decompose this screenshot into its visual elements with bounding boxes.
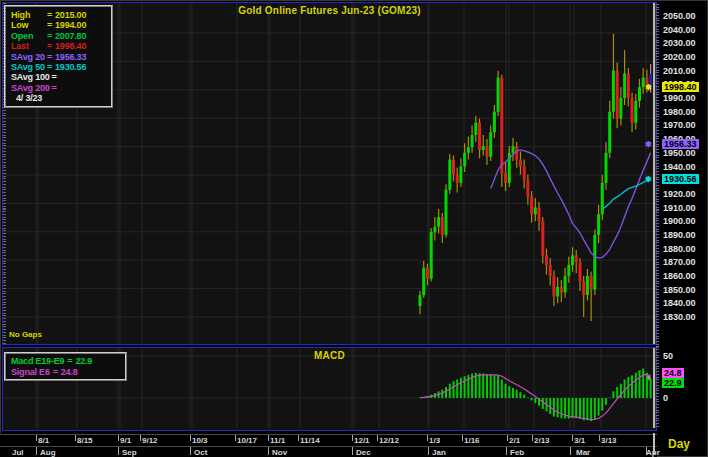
price-axis-label: 1850.00 (663, 285, 696, 295)
macd-marker-label: 22.9 (662, 378, 684, 388)
quote-row: SAvg 100= (11, 72, 107, 82)
month-label: Aug (40, 448, 56, 457)
price-axis-label: 1910.00 (663, 203, 696, 213)
price-axis-label: 1940.00 (663, 162, 696, 172)
macd-legend-row: Signal E6=24.8 (11, 367, 121, 378)
price-axis-label: 1880.00 (663, 244, 696, 254)
quote-row: SAvg 20=1956.33 (11, 52, 107, 62)
month-label: Oct (194, 448, 207, 457)
quote-date: 4/ 3/23 (11, 93, 107, 103)
month-tick (36, 447, 37, 455)
date-label: 12/12 (379, 436, 399, 445)
macd-axis-label: 50 (663, 351, 673, 361)
axis-divider (0, 434, 657, 435)
quote-row: High=2015.00 (11, 10, 107, 20)
date-tick (462, 435, 463, 441)
macd-marker-label: 24.8 (662, 368, 684, 378)
date-tick (572, 435, 573, 441)
price-axis-label: 1920.00 (663, 189, 696, 199)
price-axis-label: 1950.00 (663, 148, 696, 158)
month-tick (268, 447, 269, 455)
price-marker-star: ✱ (645, 83, 652, 92)
macd-signal-line (420, 374, 651, 419)
quote-box: High=2015.00Low=1994.00Open=2007.80Last=… (4, 5, 113, 108)
quote-row: SAvg 200= (11, 83, 107, 93)
month-tick (118, 447, 119, 455)
price-axis-label: 1900.00 (663, 216, 696, 226)
interval-label: Day (668, 437, 690, 451)
month-tick (428, 447, 429, 455)
date-label: 1/16 (464, 436, 480, 445)
price-axis[interactable]: 2050.002040.002030.002020.002010.002000.… (656, 0, 708, 433)
month-label: Nov (272, 448, 287, 457)
price-axis-label: 1990.00 (663, 93, 696, 103)
month-label: Jul (12, 448, 24, 457)
price-axis-label: 2010.00 (663, 66, 696, 76)
date-label: 8/15 (77, 436, 93, 445)
signal-marker-dot (647, 376, 650, 379)
date-label: 3/13 (601, 436, 617, 445)
quote-row: Low=1994.00 (11, 20, 107, 30)
date-tick (268, 435, 269, 441)
date-tick (532, 435, 533, 441)
time-axis[interactable]: 8/18/159/19/1210/310/1711/111/1412/112/1… (0, 433, 657, 457)
date-tick (235, 435, 236, 441)
date-tick (190, 435, 191, 441)
price-axis-label: 1870.00 (663, 257, 696, 267)
date-label: 3/1 (574, 436, 585, 445)
date-tick (599, 435, 600, 441)
macd-axis-label: 0 (663, 393, 668, 403)
month-label: Sep (122, 448, 137, 457)
date-label: 10/3 (192, 436, 208, 445)
candlestick-layer (419, 34, 653, 321)
date-label: 1/3 (429, 436, 440, 445)
month-tick (190, 447, 191, 455)
date-tick (377, 435, 378, 441)
chart-window: Gold Online Futures Jun-23 (GOM23) ✱✱✱ N… (0, 0, 708, 457)
price-axis-label: 2040.00 (663, 25, 696, 35)
price-axis-label: 2050.00 (663, 11, 696, 21)
date-label: 9/12 (142, 436, 158, 445)
month-label: Feb (510, 448, 524, 457)
quote-row: Last=1998.40 (11, 41, 107, 51)
price-axis-label: 1980.00 (663, 107, 696, 117)
date-label: 11/1 (270, 436, 285, 445)
price-axis-label: 2020.00 (663, 52, 696, 62)
date-tick (36, 435, 37, 441)
month-label: Dec (356, 448, 371, 457)
price-axis-label: 1860.00 (663, 271, 696, 281)
date-label: 11/14 (300, 436, 320, 445)
date-label: 8/1 (38, 436, 49, 445)
month-tick (352, 447, 353, 455)
date-label: 2/13 (534, 436, 550, 445)
date-tick (298, 435, 299, 441)
price-marker-label: 1930.56 (662, 174, 699, 184)
price-axis-label: 1970.00 (663, 120, 696, 130)
month-tick (570, 447, 571, 455)
price-marker-label: 1956.33 (662, 139, 699, 149)
date-tick (507, 435, 508, 441)
month-label: Mar (576, 448, 590, 457)
month-tick (506, 447, 507, 455)
price-marker-star: ✱ (645, 140, 652, 149)
date-tick (75, 435, 76, 441)
price-axis-label: 1830.00 (663, 312, 696, 322)
quote-row: SAvg 50=1930.56 (11, 62, 107, 72)
macd-legend-box: Macd E19-E9=22.9Signal E6=24.8 (4, 352, 127, 381)
cursor-line (653, 3, 655, 344)
macd-legend-row: Macd E19-E9=22.9 (11, 356, 121, 367)
month-label: Jan (432, 448, 446, 457)
macd-histogram (419, 369, 652, 422)
price-axis-ticks (656, 4, 659, 429)
price-marker-label: 1998.40 (662, 82, 699, 92)
date-tick (352, 435, 353, 441)
quote-row: Open=2007.80 (11, 31, 107, 41)
date-label: 9/1 (120, 436, 131, 445)
date-label: 12/1 (354, 436, 370, 445)
cursor-line-axis-segment (653, 433, 655, 454)
axis-divider (0, 446, 657, 447)
date-tick (427, 435, 428, 441)
price-axis-label: 1840.00 (663, 298, 696, 308)
date-label: 2/1 (509, 436, 520, 445)
no-gaps-label: No Gaps (9, 330, 42, 339)
